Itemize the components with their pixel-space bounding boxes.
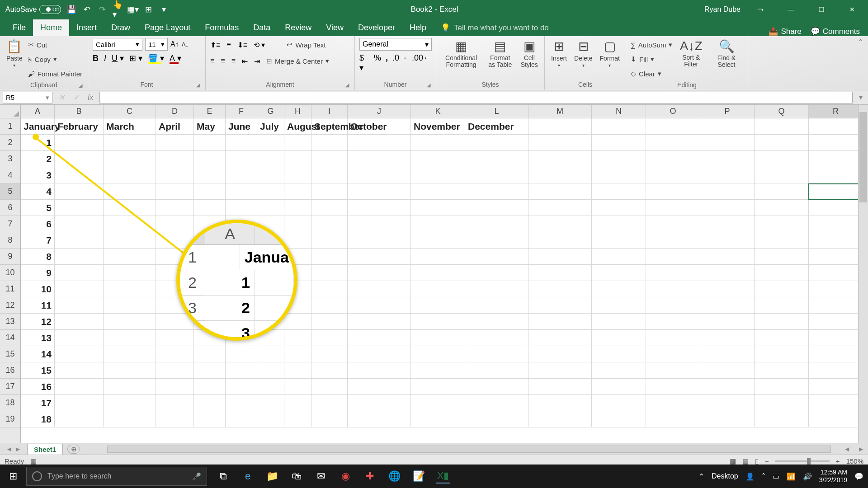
col-header[interactable]: A [21, 105, 55, 118]
cell[interactable] [411, 379, 465, 395]
cell[interactable] [700, 151, 755, 167]
cell[interactable] [646, 395, 700, 411]
cell[interactable] [809, 118, 863, 135]
cell[interactable]: 7 [21, 232, 55, 249]
row-header[interactable]: 12 [0, 297, 20, 314]
cell[interactable] [411, 330, 465, 346]
cell[interactable] [311, 314, 348, 330]
bold-button[interactable]: B [93, 54, 99, 63]
cell[interactable] [755, 183, 809, 200]
cell[interactable] [755, 379, 809, 395]
cell[interactable] [284, 411, 311, 427]
cell[interactable] [646, 297, 700, 314]
cell[interactable] [348, 330, 411, 346]
row-header[interactable]: 15 [0, 346, 20, 362]
cell[interactable] [194, 183, 226, 200]
col-header[interactable]: L [465, 105, 528, 118]
format-painter-button[interactable]: 🖌Format Painter [28, 67, 82, 80]
cell[interactable] [465, 232, 528, 249]
cell[interactable] [411, 265, 465, 281]
cell[interactable] [528, 216, 592, 232]
cell[interactable] [257, 135, 284, 151]
number-format-combo[interactable]: General▾ [359, 38, 432, 51]
cell[interactable] [755, 118, 809, 135]
cell[interactable] [55, 395, 104, 411]
cell[interactable] [755, 249, 809, 265]
cell[interactable] [311, 249, 348, 265]
cell[interactable] [311, 330, 348, 346]
row-header[interactable]: 6 [0, 200, 20, 216]
cell[interactable] [528, 118, 592, 135]
cell[interactable] [592, 232, 646, 249]
cell[interactable] [284, 232, 311, 249]
cell[interactable] [528, 297, 592, 314]
ribbon-display-icon[interactable]: ▭ [749, 0, 771, 19]
cell[interactable] [592, 330, 646, 346]
cell[interactable] [104, 395, 156, 411]
cell[interactable] [528, 362, 592, 379]
cell[interactable]: 15 [21, 362, 55, 379]
cell[interactable] [700, 346, 755, 362]
cell[interactable] [194, 395, 226, 411]
cell[interactable] [311, 411, 348, 427]
col-header[interactable]: P [700, 105, 755, 118]
cell[interactable] [528, 151, 592, 167]
cell[interactable] [226, 183, 257, 200]
cell[interactable] [226, 411, 257, 427]
touch-mode-icon[interactable]: 👆▾ [113, 5, 123, 14]
cell[interactable] [348, 249, 411, 265]
row-header[interactable]: 17 [0, 379, 20, 395]
font-color-button[interactable]: A ▾ [170, 53, 181, 63]
sort-filter-button[interactable]: A↓ZSort & Filter [676, 38, 706, 69]
cell[interactable] [411, 362, 465, 379]
copy-button[interactable]: ⎘Copy ▾ [28, 52, 82, 66]
col-header[interactable]: C [104, 105, 156, 118]
cell[interactable]: August [284, 118, 311, 135]
cell[interactable] [700, 297, 755, 314]
cell[interactable] [348, 265, 411, 281]
cell[interactable] [411, 395, 465, 411]
cell[interactable] [465, 151, 528, 167]
row-header[interactable]: 13 [0, 314, 20, 330]
row-header[interactable]: 16 [0, 362, 20, 379]
col-header[interactable]: F [226, 105, 257, 118]
cell[interactable] [700, 314, 755, 330]
name-box[interactable]: R5▾ [3, 92, 52, 103]
clear-button[interactable]: ◇Clear ▾ [631, 67, 672, 80]
tab-insert[interactable]: Insert [69, 19, 104, 36]
col-header[interactable]: B [55, 105, 104, 118]
app-icon[interactable]: ◉ [338, 469, 353, 483]
cell[interactable] [104, 411, 156, 427]
cell[interactable] [465, 411, 528, 427]
cell[interactable] [646, 314, 700, 330]
maximize-button[interactable]: ❐ [810, 0, 833, 19]
cell[interactable] [284, 151, 311, 167]
cell[interactable]: June [226, 118, 257, 135]
people-icon[interactable]: 👤 [745, 472, 755, 481]
cell[interactable] [592, 183, 646, 200]
cell[interactable]: 3 [21, 167, 55, 183]
cell[interactable]: 5 [21, 200, 55, 216]
cell[interactable] [755, 314, 809, 330]
font-size-combo[interactable]: 11▾ [145, 38, 168, 51]
cancel-formula-icon[interactable]: ✕ [56, 93, 67, 102]
col-header[interactable]: R [809, 105, 863, 118]
cell[interactable] [311, 135, 348, 151]
cell[interactable] [646, 135, 700, 151]
cell[interactable] [700, 395, 755, 411]
cell[interactable] [226, 135, 257, 151]
sheet-tab[interactable]: Sheet1 [27, 444, 63, 455]
cell[interactable] [55, 167, 104, 183]
cell[interactable] [226, 379, 257, 395]
row-header[interactable]: 3 [0, 151, 20, 167]
cell[interactable] [226, 362, 257, 379]
cell[interactable] [284, 395, 311, 411]
cell[interactable] [348, 135, 411, 151]
select-all-corner[interactable] [0, 105, 20, 118]
cell[interactable] [592, 346, 646, 362]
col-header[interactable]: K [411, 105, 465, 118]
cell[interactable] [809, 330, 863, 346]
cell[interactable] [411, 314, 465, 330]
cell[interactable] [809, 135, 863, 151]
row-header[interactable]: 2 [0, 135, 20, 151]
